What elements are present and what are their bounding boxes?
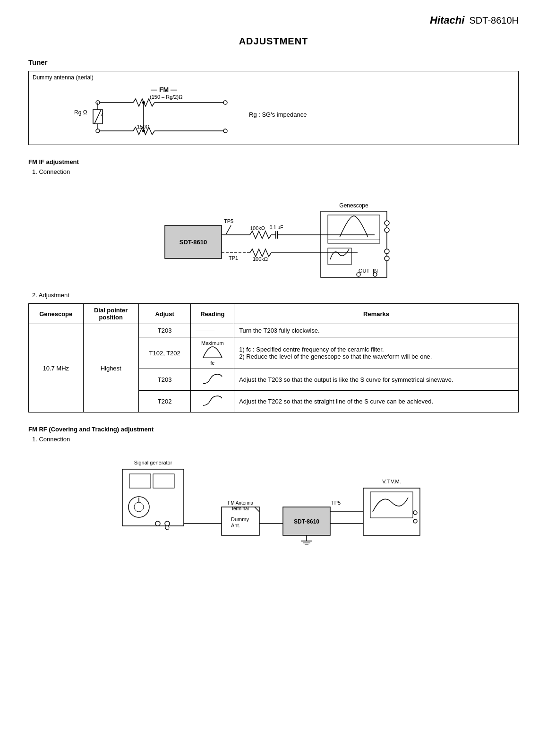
cell-remarks-2: 1) fc : Specified centre frequency of th… xyxy=(234,337,519,369)
svg-point-85 xyxy=(413,519,417,523)
fm-if-item2: 2. Adjustment xyxy=(32,292,519,299)
cell-dial-1: Highest xyxy=(83,324,138,412)
svg-text:(150 – Rg/2)Ω: (150 – Rg/2)Ω xyxy=(150,94,182,100)
bell-curve-svg xyxy=(201,346,224,360)
svg-text:Genescope: Genescope xyxy=(339,202,368,209)
svg-rect-57 xyxy=(153,474,174,488)
col-dial: Dial pointerposition xyxy=(83,304,138,324)
tuner-box-label: Dummy antenna (aerial) xyxy=(33,74,94,81)
svg-point-50 xyxy=(357,273,360,276)
svg-point-4 xyxy=(223,101,227,104)
adjustment-table: Genescope Dial pointerposition Adjust Re… xyxy=(28,303,519,412)
cell-adjust-1: T203 xyxy=(138,324,191,337)
svg-point-46 xyxy=(385,256,389,261)
fm-if-title: FM IF adjustment xyxy=(28,158,519,165)
fm-rf-svg: Signal generator FM Antenna terminal Dum… xyxy=(113,450,434,545)
svg-rect-40 xyxy=(328,215,380,243)
svg-point-52 xyxy=(373,273,377,276)
fm-if-connection-diagram: SDT-8610 TP5 100kΩ 0.1 μF 100kΩ TP1 Gene… xyxy=(28,183,519,287)
cell-reading-4 xyxy=(191,391,234,412)
svg-text:TP5: TP5 xyxy=(331,500,341,506)
svg-text:Rg Ω: Rg Ω xyxy=(74,109,87,116)
cell-adjust-2: T102, T202 xyxy=(138,337,191,369)
cell-remarks-4: Adjust the T202 so that the straight lin… xyxy=(234,391,519,412)
svg-text:V.T.V.M.: V.T.V.M. xyxy=(382,479,401,484)
svg-point-63 xyxy=(165,526,169,530)
fm-circuit-svg: — FM — Rg Ω (150 – Rg/2)Ω 15 xyxy=(46,84,376,136)
svg-text:0.1 μF: 0.1 μF xyxy=(270,225,283,230)
cell-reading-1 xyxy=(191,324,234,337)
svg-text:OUT: OUT xyxy=(359,268,370,274)
svg-text:Signal generator: Signal generator xyxy=(134,460,172,465)
brand-name: Hitachi xyxy=(430,14,464,26)
cell-reading-2: Maximum fc xyxy=(191,337,234,369)
cell-adjust-3: T203 xyxy=(138,369,191,391)
tuner-diagram-box: Dummy antenna (aerial) — FM — Rg Ω (150 … xyxy=(28,71,519,145)
connection-svg: SDT-8610 TP5 100kΩ 0.1 μF 100kΩ TP1 Gene… xyxy=(137,183,410,287)
page-title: ADJUSTMENT xyxy=(28,36,519,47)
svg-text:100kΩ: 100kΩ xyxy=(253,256,268,262)
svg-text:TP5: TP5 xyxy=(224,218,233,224)
svg-point-14 xyxy=(96,129,100,133)
svg-text:Ant.: Ant. xyxy=(231,523,240,528)
svg-point-45 xyxy=(385,249,389,254)
s-curve-svg-1 xyxy=(201,372,224,386)
cell-remarks-3: Adjust the T203 so that the output is li… xyxy=(234,369,519,391)
table-row: 10.7 MHz Highest T203 Turn the T203 full… xyxy=(29,324,519,337)
col-adjust: Adjust xyxy=(138,304,191,324)
model-name: SDT-8610H xyxy=(470,15,519,26)
svg-rect-56 xyxy=(129,474,151,488)
fm-rf-title: FM RF (Covering and Tracking) adjustment xyxy=(28,426,519,433)
cell-reading-3 xyxy=(191,369,234,391)
svg-text:TP1: TP1 xyxy=(229,255,238,261)
s-curve-svg-2 xyxy=(201,394,224,408)
fm-rf-item1: 1. Connection xyxy=(32,436,519,443)
col-remarks: Remarks xyxy=(234,304,519,324)
fm-if-item1: 1. Connection xyxy=(32,168,519,175)
svg-text:150Ω: 150Ω xyxy=(137,124,150,129)
cell-genescope-1: 10.7 MHz xyxy=(29,324,84,412)
svg-point-59 xyxy=(134,502,144,512)
cell-adjust-4: T202 xyxy=(138,391,191,412)
reading-maximum: Maximum xyxy=(201,340,224,346)
svg-point-17 xyxy=(223,129,227,133)
svg-point-62 xyxy=(165,521,170,526)
svg-point-84 xyxy=(413,511,417,515)
svg-text:Rg : SG's impedance: Rg : SG's impedance xyxy=(249,111,307,118)
svg-point-44 xyxy=(385,228,389,232)
cell-remarks-1: Turn the T203 fully clockwise. xyxy=(234,324,519,337)
svg-text:100kΩ: 100kΩ xyxy=(250,225,265,231)
svg-line-26 xyxy=(226,225,231,234)
col-reading: Reading xyxy=(191,304,234,324)
fc-label: fc xyxy=(211,360,215,366)
svg-text:SDT-8610: SDT-8610 xyxy=(294,518,319,525)
svg-text:SDT-8610: SDT-8610 xyxy=(179,239,207,246)
svg-text:— FM —: — FM — xyxy=(151,86,177,94)
page-header: Hitachi SDT-8610H xyxy=(28,14,519,26)
svg-point-43 xyxy=(385,221,389,225)
svg-point-61 xyxy=(155,521,160,526)
svg-text:terminal: terminal xyxy=(232,506,249,511)
svg-text:Dummy: Dummy xyxy=(231,516,249,522)
tuner-section-title: Tuner xyxy=(28,58,519,66)
fm-rf-connection-diagram: Signal generator FM Antenna terminal Dum… xyxy=(28,450,519,545)
col-genescope: Genescope xyxy=(29,304,84,324)
svg-text:FM Antenna: FM Antenna xyxy=(228,500,253,506)
